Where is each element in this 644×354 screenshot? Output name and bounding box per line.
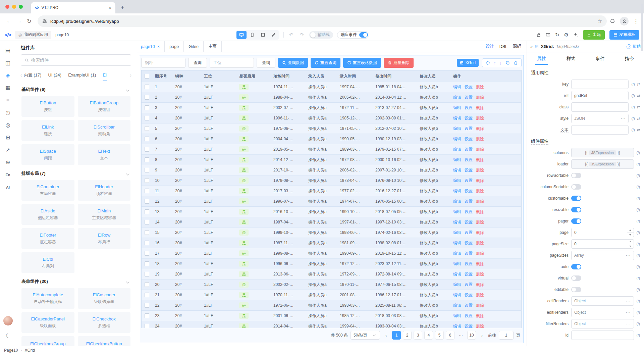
help-link[interactable]: ? 帮助 xyxy=(627,44,641,49)
project-breadcrumb[interactable]: ◎ 我的测试应用 xyxy=(15,31,51,39)
toggle-switch[interactable] xyxy=(571,218,581,224)
delete-link[interactable]: 删除 xyxy=(476,219,484,225)
bind-code-icon[interactable]: (/) xyxy=(631,82,635,86)
edit-link[interactable]: 编辑 xyxy=(453,105,461,111)
settings-link[interactable]: 设置 xyxy=(465,303,473,308)
settings-link[interactable]: 设置 xyxy=(465,199,473,204)
globe-icon[interactable]: ⊕ xyxy=(0,156,16,168)
expression-binding[interactable]: {{ JSExpression }} xyxy=(571,159,634,169)
row-checkbox[interactable] xyxy=(145,137,149,141)
events-toggle[interactable]: 响应事件 xyxy=(337,31,369,39)
sync-icon[interactable]: ↻ xyxy=(555,32,559,38)
property-input[interactable]: ··· xyxy=(571,296,634,306)
tabs-scroll-right-icon[interactable]: › xyxy=(128,72,133,78)
swap-icon[interactable]: ⇄ xyxy=(637,116,640,121)
component-card[interactable]: ElFooter 底栏容器 xyxy=(21,228,74,249)
settings-link[interactable]: 设置 xyxy=(465,126,473,132)
edit-link[interactable]: 编辑 xyxy=(453,126,461,132)
delete-link[interactable]: 删除 xyxy=(476,209,484,215)
delete-link[interactable]: 删除 xyxy=(476,167,484,173)
xgrid-component-selected[interactable]: 查询 查询 xyxy=(139,55,524,343)
theme-moon-icon[interactable]: ☾ xyxy=(3,330,13,342)
delete-link[interactable]: 删除 xyxy=(476,147,484,152)
bind-code-icon[interactable]: (/) xyxy=(637,242,640,246)
toggle-switch[interactable] xyxy=(571,184,581,190)
delete-link[interactable]: 删除 xyxy=(476,199,484,204)
row-checkbox[interactable] xyxy=(145,303,149,308)
bind-code-icon[interactable]: (/) xyxy=(637,276,640,280)
delete-link[interactable]: 删除 xyxy=(476,136,484,142)
component-card[interactable]: ElMain 主要区域容器 xyxy=(78,204,131,225)
settings-link[interactable]: 设置 xyxy=(465,95,473,100)
page-button[interactable]: 1 xyxy=(392,331,401,340)
bind-code-icon[interactable]: (/) xyxy=(637,151,640,155)
component-card[interactable]: ElContainer 布局容器 xyxy=(21,180,74,201)
bind-code-icon[interactable]: (/) xyxy=(631,116,635,120)
column-header[interactable]: 修改人员 xyxy=(417,73,450,79)
page-button[interactable]: 3 xyxy=(414,331,422,340)
settings-link[interactable]: 设置 xyxy=(465,105,473,111)
inspector-tab[interactable]: 事件 xyxy=(586,52,615,65)
settings-link[interactable]: 设置 xyxy=(465,157,473,163)
property-input[interactable] xyxy=(571,102,629,112)
edit-link[interactable]: 编辑 xyxy=(453,261,461,267)
toggle-switch[interactable] xyxy=(571,173,581,178)
row-checkbox[interactable] xyxy=(145,209,149,214)
column-header[interactable]: 录入时间 xyxy=(337,73,373,79)
page-workspace[interactable]: 查询 查询 xyxy=(136,52,527,346)
column-header[interactable]: 修改时间 xyxy=(373,73,417,79)
library-tab[interactable]: ExampleUI (1) xyxy=(68,69,96,81)
component-card[interactable]: ElAside 侧边栏容器 xyxy=(21,204,74,225)
property-input[interactable]: ··· xyxy=(571,251,634,260)
component-card[interactable]: ElHeader 顶栏容器 xyxy=(78,180,131,201)
page-button[interactable]: 10 xyxy=(467,331,476,340)
bind-code-icon[interactable]: (/) xyxy=(637,333,640,337)
library-tab[interactable]: El xyxy=(103,69,107,81)
edit-link[interactable]: 编辑 xyxy=(453,240,461,246)
history-icon[interactable]: ◷ xyxy=(0,106,16,119)
grid-action-button[interactable]: 查询数据 xyxy=(278,58,308,68)
column-header[interactable]: 是否启用 xyxy=(236,73,271,79)
delete-link[interactable]: 删除 xyxy=(476,261,484,267)
swap-icon[interactable]: ⇄ xyxy=(637,94,640,98)
language-icon[interactable]: En xyxy=(0,168,16,181)
component-card[interactable]: ElCascader 级联选择器 xyxy=(78,288,131,309)
export-code-button[interactable]: 出码 xyxy=(583,30,605,40)
move-up-icon[interactable]: ↑ xyxy=(494,60,496,65)
edit-pen-icon[interactable] xyxy=(269,31,279,39)
row-checkbox[interactable] xyxy=(145,147,149,152)
settings-link[interactable]: 设置 xyxy=(465,167,473,173)
number-input[interactable] xyxy=(571,228,634,237)
grid-action-button[interactable]: 重置查询 xyxy=(311,58,340,68)
edit-link[interactable]: 编辑 xyxy=(453,313,461,319)
section-header[interactable]: 表单组件 (30) xyxy=(21,279,130,285)
library-tab[interactable]: 内置 (17) xyxy=(24,69,42,81)
undo-icon[interactable]: ↶ xyxy=(288,32,294,38)
component-card[interactable]: ElRow 布局行 xyxy=(78,228,131,249)
settings-link[interactable]: 设置 xyxy=(465,188,473,194)
api-icon[interactable]: ◎ xyxy=(0,119,16,131)
address-bar[interactable]: lcdp.vtj.pro/designer/#/web/myapp ☆ xyxy=(38,15,607,27)
reload-icon[interactable]: ↻ xyxy=(24,18,34,24)
edit-link[interactable]: 编辑 xyxy=(453,292,461,298)
inspector-tab[interactable]: 样式 xyxy=(556,52,585,65)
canvas-tab[interactable]: 主页 xyxy=(204,41,222,52)
toggle-switch[interactable] xyxy=(571,275,581,281)
edit-link[interactable]: 编辑 xyxy=(453,282,461,288)
layout-icon[interactable]: ▦ xyxy=(0,82,16,94)
settings-link[interactable]: 设置 xyxy=(465,251,473,256)
component-card[interactable]: ElButtonGroup 按钮组 xyxy=(78,96,131,117)
settings-link[interactable]: 设置 xyxy=(465,115,473,121)
move-down-icon[interactable]: ↓ xyxy=(500,60,502,65)
breadcrumb-component[interactable]: XGrid xyxy=(24,348,35,353)
page-button[interactable]: 4 xyxy=(424,331,433,340)
edit-link[interactable]: 编辑 xyxy=(453,157,461,163)
property-input[interactable] xyxy=(571,80,629,89)
publish-template-button[interactable]: 发布模板 xyxy=(609,30,639,40)
delete-link[interactable]: 删除 xyxy=(476,303,484,308)
edit-link[interactable]: 编辑 xyxy=(453,323,461,328)
edit-link[interactable]: 编辑 xyxy=(453,271,461,277)
bind-code-icon[interactable]: (/) xyxy=(637,162,640,166)
site-settings-tune-icon[interactable] xyxy=(42,19,47,23)
row-checkbox[interactable] xyxy=(145,282,149,287)
